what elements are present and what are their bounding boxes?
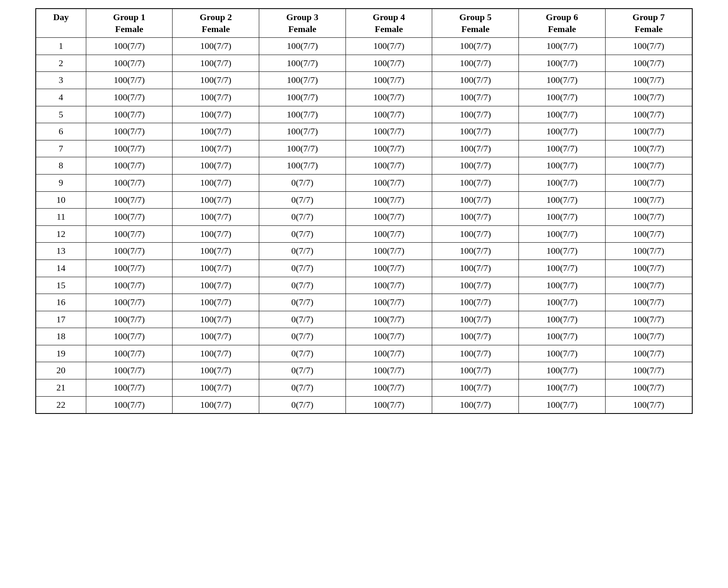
table-row: 21100(7/7)100(7/7)0(7/7)100(7/7)100(7/7)… <box>36 379 692 397</box>
cell-group6: 100(7/7) <box>519 89 606 106</box>
table-row: 7100(7/7)100(7/7)100(7/7)100(7/7)100(7/7… <box>36 140 692 157</box>
cell-group1: 100(7/7) <box>86 123 173 140</box>
cell-group3: 0(7/7) <box>259 225 346 243</box>
cell-group7: 100(7/7) <box>605 225 692 243</box>
cell-group5: 100(7/7) <box>432 277 519 294</box>
cell-group3: 0(7/7) <box>259 260 346 277</box>
cell-group5: 100(7/7) <box>432 328 519 345</box>
table-row: 3100(7/7)100(7/7)100(7/7)100(7/7)100(7/7… <box>36 72 692 89</box>
cell-group4: 100(7/7) <box>346 174 432 191</box>
cell-group6: 100(7/7) <box>519 345 606 362</box>
table-row: 17100(7/7)100(7/7)0(7/7)100(7/7)100(7/7)… <box>36 311 692 328</box>
cell-group3: 0(7/7) <box>259 243 346 260</box>
cell-group5: 100(7/7) <box>432 362 519 379</box>
cell-group3: 0(7/7) <box>259 294 346 311</box>
cell-group5: 100(7/7) <box>432 396 519 413</box>
cell-group1: 100(7/7) <box>86 396 173 413</box>
cell-group1: 100(7/7) <box>86 72 173 89</box>
cell-group1: 100(7/7) <box>86 38 173 55</box>
cell-group4: 100(7/7) <box>346 311 432 328</box>
cell-day: 16 <box>36 294 86 311</box>
cell-group2: 100(7/7) <box>173 396 259 413</box>
cell-group2: 100(7/7) <box>173 225 259 243</box>
cell-group5: 100(7/7) <box>432 106 519 123</box>
cell-group1: 100(7/7) <box>86 191 173 209</box>
cell-group2: 100(7/7) <box>173 209 259 226</box>
table-row: 15100(7/7)100(7/7)0(7/7)100(7/7)100(7/7)… <box>36 277 692 294</box>
cell-day: 11 <box>36 209 86 226</box>
cell-group2: 100(7/7) <box>173 379 259 397</box>
cell-group5: 100(7/7) <box>432 294 519 311</box>
cell-group6: 100(7/7) <box>519 225 606 243</box>
cell-group2: 100(7/7) <box>173 311 259 328</box>
cell-group2: 100(7/7) <box>173 174 259 191</box>
cell-group1: 100(7/7) <box>86 243 173 260</box>
table-row: 18100(7/7)100(7/7)0(7/7)100(7/7)100(7/7)… <box>36 328 692 345</box>
header-row: Day Group 1Female Group 2Female Group 3F… <box>36 9 692 38</box>
cell-group3: 100(7/7) <box>259 38 346 55</box>
cell-group4: 100(7/7) <box>346 72 432 89</box>
cell-group4: 100(7/7) <box>346 396 432 413</box>
cell-group3: 100(7/7) <box>259 55 346 72</box>
cell-day: 15 <box>36 277 86 294</box>
cell-group1: 100(7/7) <box>86 328 173 345</box>
cell-group2: 100(7/7) <box>173 243 259 260</box>
cell-group3: 100(7/7) <box>259 89 346 106</box>
cell-group7: 100(7/7) <box>605 55 692 72</box>
cell-group6: 100(7/7) <box>519 260 606 277</box>
col-header-group4: Group 4Female <box>346 9 432 38</box>
cell-group2: 100(7/7) <box>173 55 259 72</box>
cell-group4: 100(7/7) <box>346 362 432 379</box>
cell-day: 17 <box>36 311 86 328</box>
col-header-day: Day <box>36 9 86 38</box>
cell-group1: 100(7/7) <box>86 362 173 379</box>
cell-group4: 100(7/7) <box>346 55 432 72</box>
cell-group4: 100(7/7) <box>346 106 432 123</box>
cell-group3: 0(7/7) <box>259 345 346 362</box>
cell-day: 1 <box>36 38 86 55</box>
cell-group3: 100(7/7) <box>259 72 346 89</box>
col-header-group6: Group 6Female <box>519 9 606 38</box>
cell-group1: 100(7/7) <box>86 345 173 362</box>
cell-group5: 100(7/7) <box>432 260 519 277</box>
cell-group7: 100(7/7) <box>605 38 692 55</box>
cell-group1: 100(7/7) <box>86 379 173 397</box>
cell-day: 18 <box>36 328 86 345</box>
cell-group4: 100(7/7) <box>346 260 432 277</box>
cell-group6: 100(7/7) <box>519 191 606 209</box>
cell-day: 8 <box>36 157 86 175</box>
cell-group7: 100(7/7) <box>605 277 692 294</box>
cell-group7: 100(7/7) <box>605 311 692 328</box>
cell-group3: 100(7/7) <box>259 123 346 140</box>
cell-group7: 100(7/7) <box>605 123 692 140</box>
table-row: 19100(7/7)100(7/7)0(7/7)100(7/7)100(7/7)… <box>36 345 692 362</box>
cell-group3: 0(7/7) <box>259 277 346 294</box>
table-row: 4100(7/7)100(7/7)100(7/7)100(7/7)100(7/7… <box>36 89 692 106</box>
cell-group2: 100(7/7) <box>173 157 259 175</box>
cell-group6: 100(7/7) <box>519 140 606 157</box>
cell-group1: 100(7/7) <box>86 55 173 72</box>
cell-group5: 100(7/7) <box>432 174 519 191</box>
cell-group7: 100(7/7) <box>605 379 692 397</box>
cell-group1: 100(7/7) <box>86 311 173 328</box>
cell-group3: 0(7/7) <box>259 396 346 413</box>
cell-group1: 100(7/7) <box>86 106 173 123</box>
cell-group1: 100(7/7) <box>86 140 173 157</box>
cell-group4: 100(7/7) <box>346 243 432 260</box>
cell-group6: 100(7/7) <box>519 106 606 123</box>
cell-group6: 100(7/7) <box>519 72 606 89</box>
col-header-group1: Group 1Female <box>86 9 173 38</box>
cell-group3: 0(7/7) <box>259 362 346 379</box>
cell-day: 12 <box>36 225 86 243</box>
cell-group2: 100(7/7) <box>173 294 259 311</box>
cell-group2: 100(7/7) <box>173 89 259 106</box>
cell-group5: 100(7/7) <box>432 379 519 397</box>
cell-group7: 100(7/7) <box>605 328 692 345</box>
cell-group4: 100(7/7) <box>346 157 432 175</box>
cell-group5: 100(7/7) <box>432 89 519 106</box>
cell-group7: 100(7/7) <box>605 362 692 379</box>
cell-group5: 100(7/7) <box>432 191 519 209</box>
cell-group6: 100(7/7) <box>519 243 606 260</box>
cell-day: 22 <box>36 396 86 413</box>
cell-group6: 100(7/7) <box>519 55 606 72</box>
